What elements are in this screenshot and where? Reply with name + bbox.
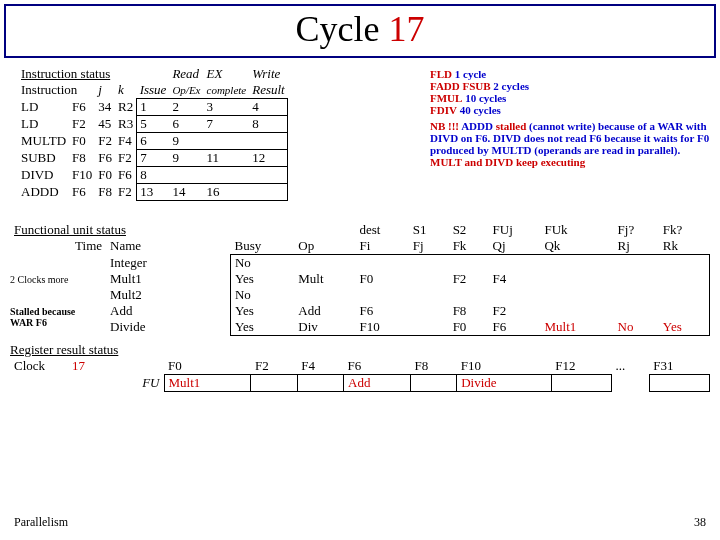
hdr-opex: Op/Ex — [169, 82, 203, 99]
fu-hdr-op: Op — [294, 238, 355, 255]
nb-body: ADDD stalled (cannot write) because of a… — [430, 120, 709, 156]
page-title: Cycle 17 — [296, 9, 425, 49]
fu-f0: Mult1 — [164, 375, 251, 392]
fu-hdr-busy: Busy — [230, 238, 294, 255]
instruction-status-block: Instruction status Read EX Write Instruc… — [18, 66, 368, 201]
instruction-row: LDF245R3 5 6 7 8 — [18, 116, 288, 133]
fu-f10: Divide — [457, 375, 552, 392]
clock-label: Clock — [10, 358, 68, 375]
instruction-row: MULTDF0F2F4 6 9 — [18, 133, 288, 150]
hdr-j: j — [95, 82, 115, 99]
reg-status-label: Register result status — [10, 342, 118, 357]
hdr-read: Read — [169, 66, 203, 82]
latency-line: FDIV 40 cycles — [430, 104, 710, 116]
fu-sub-qj: Qj — [489, 238, 541, 255]
fu-time-label: Time — [10, 238, 106, 255]
hdr-ex: EX — [204, 66, 250, 82]
fu-status-label: Functional unit status — [10, 222, 230, 238]
fu-name-label: Name — [106, 238, 230, 255]
fu-f4 — [297, 375, 343, 392]
footer-right: 38 — [694, 515, 706, 530]
content-area: Instruction status Read EX Write Instruc… — [0, 62, 720, 70]
stalled-line1: Stalled because — [10, 306, 75, 317]
nb-prefix: NB !!! — [430, 120, 461, 132]
instruction-row: LDF634R2 1 2 3 4 — [18, 99, 288, 116]
reg-f2: F2 — [251, 358, 297, 375]
nb-line2: MULT and DIVD keep executing — [430, 156, 710, 168]
hdr-complete: complete — [204, 82, 250, 99]
fu-hdr-fuj: FUj — [489, 222, 541, 238]
latency-list: FLD 1 cycleFADD FSUB 2 cyclesFMUL 10 cyc… — [430, 68, 710, 116]
fu-f6: Add — [344, 375, 411, 392]
reg-f10: F10 — [457, 358, 552, 375]
fu-sub-rk: Rk — [659, 238, 710, 255]
title-box: Cycle 17 — [4, 4, 716, 58]
side-notes: FLD 1 cycleFADD FSUB 2 cyclesFMUL 10 cyc… — [430, 68, 710, 168]
clocks-more-note: 2 Clocks more — [10, 274, 68, 285]
fu-f31 — [649, 375, 709, 392]
latency-line: FMUL 10 cycles — [430, 92, 710, 104]
footer-left: Parallelism — [14, 515, 68, 530]
reg-f12: F12 — [551, 358, 611, 375]
fu-row: Divide Yes Div F10 F0 F6 Mult1 No Yes — [10, 319, 710, 336]
hdr-write: Write — [249, 66, 288, 82]
fu-row: Mult1 Yes Mult F0 F2 F4 — [10, 271, 710, 287]
hdr-issue: Issue — [137, 82, 170, 99]
fu-sub-fi: Fi — [356, 238, 409, 255]
stalled-line2: WAR F6 — [10, 317, 75, 328]
reg-f6: F6 — [344, 358, 411, 375]
nb-note: NB !!! ADDD stalled (cannot write) becau… — [430, 120, 710, 168]
reg-status-table: Clock 17 F0 F2 F4 F6 F8 F10 F12 ... F31 … — [10, 358, 710, 392]
instruction-row: SUBDF8F6F2 7 9 11 12 — [18, 150, 288, 167]
hdr-instruction: Instruction — [18, 82, 95, 99]
fu-status-table: Functional unit status dest S1 S2 FUj FU… — [10, 222, 710, 336]
latency-line: FLD 1 cycle — [430, 68, 710, 80]
fu-sub-rj: Rj — [614, 238, 659, 255]
instruction-row: DIVDF10F0F6 8 — [18, 167, 288, 184]
fu-sub-fk: Fk — [449, 238, 489, 255]
latency-line: FADD FSUB 2 cycles — [430, 80, 710, 92]
hdr-k: k — [115, 82, 137, 99]
fu-hdr-fuk: FUk — [540, 222, 613, 238]
fu-dots — [611, 375, 649, 392]
fu-hdr-fkq: Fk? — [659, 222, 710, 238]
instruction-status-table: Instruction status Read EX Write Instruc… — [18, 66, 288, 201]
instruction-status-label: Instruction status — [18, 66, 137, 82]
fu-f2 — [251, 375, 297, 392]
reg-dots: ... — [611, 358, 649, 375]
fu-row: Mult2 No — [10, 287, 710, 303]
instruction-row: ADDDF6F8F2 13 14 16 — [18, 184, 288, 201]
reg-f0: F0 — [164, 358, 251, 375]
fu-hdr-dest: dest — [356, 222, 409, 238]
fu-f12 — [551, 375, 611, 392]
fu-hdr-s2: S2 — [449, 222, 489, 238]
fu-hdr-fjq: Fj? — [614, 222, 659, 238]
clock-val: 17 — [68, 358, 116, 375]
reg-f31: F31 — [649, 358, 709, 375]
fu-row: Integer No — [10, 255, 710, 272]
hdr-result: Result — [249, 82, 288, 99]
fu-f8 — [410, 375, 456, 392]
fu-row: Add Yes Add F6 F8 F2 — [10, 303, 710, 319]
stalled-note: Stalled because WAR F6 — [10, 306, 75, 328]
fu-row-label: FU — [116, 375, 164, 392]
reg-status-block: Register result status Clock 17 F0 F2 F4… — [10, 342, 710, 392]
fu-hdr-s1: S1 — [409, 222, 449, 238]
title-cycle-num: 17 — [388, 9, 424, 49]
reg-f8: F8 — [410, 358, 456, 375]
fu-sub-fj: Fj — [409, 238, 449, 255]
reg-f4: F4 — [297, 358, 343, 375]
fu-status-block: Functional unit status dest S1 S2 FUj FU… — [10, 222, 710, 392]
title-text: Cycle — [296, 9, 389, 49]
fu-sub-qk: Qk — [540, 238, 613, 255]
